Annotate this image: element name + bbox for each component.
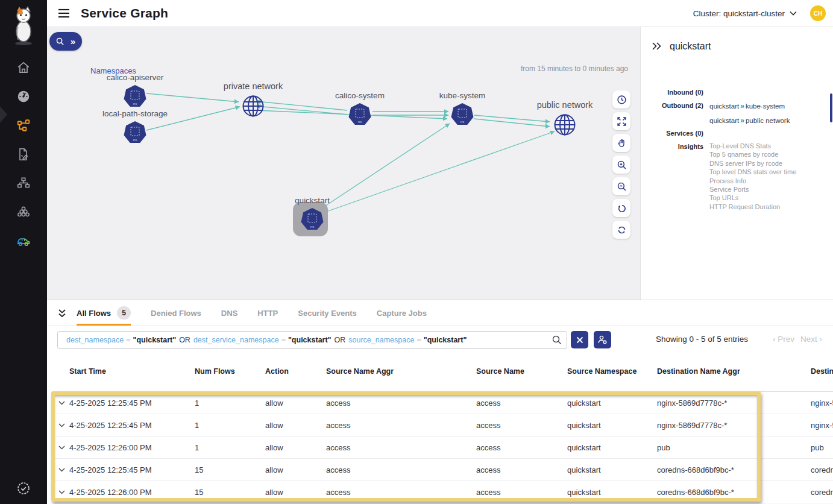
graph-node-local-path-storage[interactable]: local-path-storage ns	[87, 109, 183, 144]
cell-dest-name: nginx-5869d7778c-	[811, 398, 833, 408]
fit-screen-button[interactable]	[612, 112, 630, 130]
detail-panel-title: quickstart	[670, 41, 711, 52]
node-label: private network	[205, 81, 301, 91]
refresh-button[interactable]	[612, 221, 630, 239]
insight-link[interactable]: Top-Level DNS Stats	[709, 142, 796, 150]
column-header-action[interactable]: Action	[265, 359, 326, 376]
cell-action: allow	[265, 465, 326, 474]
tab-all-flows[interactable]: All Flows 5	[77, 300, 131, 326]
network-globe-icon	[553, 113, 577, 137]
cell-dest-name: coredns-668d6bf9bc-	[811, 488, 833, 497]
zoom-in-button[interactable]	[612, 156, 630, 174]
flow-direction-icon: »	[739, 102, 746, 110]
tab-dns[interactable]: DNS	[221, 300, 237, 326]
column-header-dest-name-aggr[interactable]: Destination Name Aggr	[657, 359, 811, 376]
inbound-label: Inbound (0)	[650, 89, 703, 96]
tab-label: HTTP	[257, 309, 278, 318]
panel-collapse-button[interactable]	[652, 42, 662, 53]
network-tree-icon	[16, 176, 31, 191]
detail-panel-scrollbar[interactable]	[830, 93, 832, 122]
column-header-source-name-aggr[interactable]: Source Name Aggr	[326, 359, 476, 376]
table-row[interactable]: 4-25-2025 12:25:45 PM 1 allow access acc…	[54, 392, 833, 414]
insight-link[interactable]: Top 5 qnames by rcode	[709, 150, 796, 159]
row-expand-chevron[interactable]	[54, 446, 69, 450]
insight-link[interactable]: HTTP Request Duration	[709, 203, 796, 211]
graph-node-kube-system[interactable]: kube-system ns	[414, 91, 511, 126]
row-expand-chevron[interactable]	[54, 468, 69, 472]
cell-dest-name-aggr: nginx-5869d7778c-*	[657, 398, 811, 408]
graph-search-button[interactable]: »	[49, 32, 82, 51]
column-header-num-flows[interactable]: Num Flows	[195, 359, 265, 376]
panel-collapse-down-button[interactable]	[57, 308, 68, 318]
svg-text:ns: ns	[461, 120, 464, 124]
filter-search-button[interactable]	[552, 335, 562, 347]
sidebar-item-home[interactable]	[0, 53, 47, 82]
cluster-selector[interactable]: Cluster: quickstart-cluster	[693, 9, 797, 18]
sidebar-item-workloads[interactable]	[0, 198, 47, 227]
zoom-out-button[interactable]	[612, 177, 630, 195]
row-expand-chevron[interactable]	[54, 423, 69, 427]
search-icon	[56, 37, 64, 45]
graph-node-quickstart[interactable]: quickstart ns	[264, 196, 360, 231]
tab-http[interactable]: HTTP	[257, 300, 278, 326]
sidebar-item-policies[interactable]	[0, 140, 47, 169]
time-range-button[interactable]	[612, 90, 630, 109]
outbound-link[interactable]: quickstart»kube-system	[709, 102, 785, 110]
cell-dest-name-aggr: coredns-668d6bf9bc-*	[657, 488, 811, 497]
insight-link[interactable]: Top URLs	[709, 194, 796, 202]
cell-source-namespace: quickstart	[567, 398, 657, 408]
insight-link[interactable]: Process Info	[709, 177, 796, 185]
clear-filter-button[interactable]	[571, 331, 588, 348]
insight-link[interactable]: Top level DNS stats over time	[709, 168, 796, 176]
node-label: calico-system	[312, 91, 408, 100]
graph-node-calico-system[interactable]: calico-system ns	[312, 91, 408, 126]
column-header-dest-name[interactable]: Destination Name	[811, 359, 833, 376]
tab-label: Capture Jobs	[377, 309, 427, 318]
namespace-heptagon-icon: ns	[124, 121, 146, 144]
hamburger-menu-button[interactable]	[58, 8, 70, 18]
insight-link[interactable]: DNS server IPs by rcode	[709, 159, 796, 168]
cell-source-name: access	[476, 488, 567, 497]
sidebar-item-certificate[interactable]	[0, 476, 47, 500]
sidebar-item-dashboard[interactable]	[0, 82, 47, 111]
tab-capture-jobs[interactable]: Capture Jobs	[377, 300, 427, 326]
tab-denied-flows[interactable]: Denied Flows	[151, 300, 201, 326]
filter-operator: =	[279, 336, 288, 344]
outbound-link[interactable]: quickstart»public network	[709, 116, 790, 125]
sidebar-item-service-graph[interactable]	[0, 111, 47, 140]
user-gear-icon	[597, 335, 608, 345]
next-page-button[interactable]: Next ›	[800, 335, 822, 344]
graph-node-private-network[interactable]: private network	[205, 81, 301, 118]
table-row[interactable]: 4-25-2025 12:25:45 PM 1 allow access acc…	[54, 414, 833, 436]
column-header-source-namespace[interactable]: Source Namespace	[567, 359, 657, 376]
sidebar-item-calico-car[interactable]	[0, 227, 47, 256]
table-row[interactable]: 4-25-2025 12:26:00 PM 1 allow access acc…	[54, 436, 833, 459]
sidebar-item-nodes[interactable]	[0, 169, 47, 198]
gauge-icon	[16, 89, 31, 104]
insight-link[interactable]: Service Ports	[709, 185, 796, 194]
svg-text:ns: ns	[310, 225, 314, 228]
cell-num-flows: 1	[195, 443, 265, 452]
flows-filter-input[interactable]: dest_namespace = "quickstart" OR dest_se…	[57, 331, 567, 349]
row-expand-chevron[interactable]	[54, 401, 69, 405]
row-expand-chevron[interactable]	[54, 490, 69, 494]
flows-table: Start Time Num Flows Action Source Name …	[54, 359, 833, 503]
tab-security-events[interactable]: Security Events	[298, 300, 357, 326]
column-header-start-time[interactable]: Start Time	[69, 359, 195, 376]
user-avatar[interactable]: CH	[810, 5, 826, 21]
table-row[interactable]: 4-25-2025 12:25:45 PM 15 allow access ac…	[54, 459, 833, 481]
node-label: local-path-storage	[87, 109, 183, 118]
table-row[interactable]: 4-25-2025 12:26:00 PM 15 allow access ac…	[54, 481, 833, 503]
pan-button[interactable]	[612, 134, 630, 152]
cell-source-name-aggr: access	[326, 465, 476, 474]
cell-source-name: access	[476, 465, 567, 474]
pager: ‹ Prev Next ›	[773, 335, 822, 344]
column-header-source-name[interactable]: Source Name	[476, 359, 567, 376]
graph-node-public-network[interactable]: public network	[517, 100, 613, 137]
undo-layout-button[interactable]	[612, 199, 630, 217]
user-settings-button[interactable]	[594, 331, 611, 348]
prev-page-button[interactable]: ‹ Prev	[773, 335, 794, 344]
search-icon	[552, 335, 562, 345]
chevron-down-icon	[58, 446, 65, 450]
graph-node-calico-apiserver[interactable]: calico-apiserver ns	[87, 73, 183, 108]
